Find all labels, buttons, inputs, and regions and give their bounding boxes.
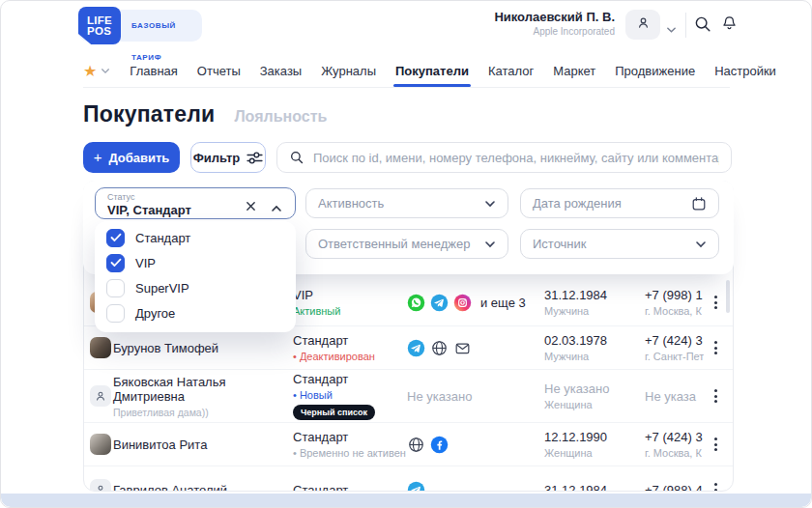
globe-icon[interactable] xyxy=(407,436,425,454)
status-option[interactable]: VIP xyxy=(95,250,296,275)
avatar xyxy=(90,337,111,358)
contacts-cell xyxy=(407,339,544,357)
birthdate-filter[interactable]: Дата рождения xyxy=(520,188,719,218)
status-label: VIP xyxy=(293,288,407,302)
globe-icon[interactable] xyxy=(430,339,449,357)
birthday: Не указано xyxy=(544,381,645,396)
avatar xyxy=(90,385,111,407)
envelope-icon[interactable] xyxy=(453,339,472,357)
telegram-icon[interactable] xyxy=(430,294,449,312)
nav-tab-2[interactable]: Отчеты xyxy=(197,55,241,87)
gender: Женщина xyxy=(544,399,645,410)
contacts-cell: и еще 3 xyxy=(407,294,544,312)
birthday: 02.03.1978 xyxy=(544,333,645,348)
status-option-label: Стандарт xyxy=(135,231,190,245)
scrollbar-thumb[interactable] xyxy=(726,280,730,313)
birthday: 31.12.1984 xyxy=(544,483,645,493)
row-menu-button[interactable] xyxy=(712,386,719,406)
bell-icon[interactable] xyxy=(720,14,739,38)
status-label: Стандарт xyxy=(293,430,407,444)
add-customer-button[interactable]: + Добавить xyxy=(83,142,180,173)
phone: +7 (424) 3 xyxy=(645,333,704,348)
calendar-icon xyxy=(691,196,707,212)
nav-tab-7[interactable]: Маркет xyxy=(553,55,595,87)
logo-text: LIFEPOS xyxy=(87,15,112,37)
row-menu-button[interactable] xyxy=(712,480,719,492)
row-menu-button[interactable] xyxy=(712,293,719,312)
toolbar: + Добавить Фильтр xyxy=(83,142,732,173)
user-company: Apple Incorporated xyxy=(494,26,615,37)
phone: +7 (988) 4 xyxy=(645,483,704,493)
status-option-label: Другое xyxy=(135,306,175,321)
chevron-down-icon xyxy=(695,240,707,248)
status-filter-field[interactable]: Статус VIP, Стандарт xyxy=(95,187,296,219)
checkbox-checked-icon[interactable] xyxy=(106,254,125,272)
status-label: Стандарт xyxy=(293,372,407,386)
phone: +7 (998) 1 xyxy=(645,288,704,302)
status-option[interactable]: Другое xyxy=(95,300,296,325)
checkbox-icon[interactable] xyxy=(106,279,125,297)
chevron-down-icon[interactable] xyxy=(666,20,677,38)
nav-tab-3[interactable]: Заказы xyxy=(260,55,302,87)
contacts-cell xyxy=(407,436,544,454)
checkbox-checked-icon[interactable] xyxy=(106,229,125,247)
search-input[interactable] xyxy=(313,151,719,165)
table-row[interactable]: Винивитоа Рита Стандарт • Временно не ак… xyxy=(84,423,733,466)
search-icon[interactable] xyxy=(693,14,712,38)
instagram-icon[interactable] xyxy=(453,294,472,312)
blacklist-badge: Черный список xyxy=(293,405,375,420)
birthday: 31.12.1984 xyxy=(544,288,645,302)
nav-tab-5[interactable]: Покупатели xyxy=(395,55,469,87)
clear-icon[interactable] xyxy=(246,198,256,215)
table-row[interactable]: Бурунов Тимофей Стандарт • Деактивирован… xyxy=(84,326,733,370)
phone: Не указа xyxy=(645,389,704,404)
user-info: Николаевский П. В. Apple Incorporated xyxy=(494,10,615,37)
plus-icon: + xyxy=(94,151,102,164)
search-field[interactable] xyxy=(276,142,732,173)
nav-tab-6[interactable]: Каталог xyxy=(488,55,534,87)
user-icon xyxy=(635,14,652,35)
contacts-empty-label: Не указано xyxy=(407,389,472,404)
contacts-more-link[interactable]: и еще 3 xyxy=(480,296,526,310)
manager-filter[interactable]: Ответственный менеджер xyxy=(305,229,508,259)
gender: Мужчина xyxy=(544,305,645,317)
avatar xyxy=(90,434,111,455)
nav-tab-8[interactable]: Продвижение xyxy=(615,55,695,87)
user-name: Николаевский П. В. xyxy=(494,10,615,24)
favorites-menu[interactable]: ★ xyxy=(83,64,110,79)
customer-note: Приветливая дама)) xyxy=(113,407,293,418)
checkbox-icon[interactable] xyxy=(106,304,125,323)
status-option[interactable]: SuperVIP xyxy=(95,275,296,300)
customer-name: Бурунов Тимофей xyxy=(113,341,293,355)
page-title: Покупатели xyxy=(83,101,215,127)
table-row[interactable]: Бяковская Наталья Дмитриевна Приветливая… xyxy=(84,370,733,423)
whatsapp-icon[interactable] xyxy=(407,294,425,312)
chevron-up-icon[interactable] xyxy=(271,199,282,216)
sliders-icon xyxy=(246,152,263,164)
lifepos-logo[interactable]: LIFEPOS xyxy=(78,7,121,44)
nav-tabs: ГлавнаяОтчетыЗаказыЖурналыПокупателиКата… xyxy=(130,55,776,87)
filter-button-label: Фильтр xyxy=(193,151,241,165)
nav-tab-9[interactable]: Настройки xyxy=(714,55,776,87)
chevron-down-icon xyxy=(484,200,496,208)
filter-button[interactable]: Фильтр xyxy=(190,142,266,173)
facebook-icon[interactable] xyxy=(430,436,449,454)
status-label: Стандарт xyxy=(293,483,407,493)
user-avatar-button[interactable] xyxy=(625,10,660,40)
status-dropdown-menu: СтандартVIPSuperVIPДругое xyxy=(95,221,296,332)
customer-name: Винивитоа Рита xyxy=(113,437,293,452)
table-row[interactable]: Гаврилов Анатолий Стандарт 31.12.1984 +7… xyxy=(84,466,733,492)
status-option-label: SuperVIP xyxy=(135,281,189,296)
row-menu-button[interactable] xyxy=(712,338,719,357)
status-option[interactable]: Стандарт xyxy=(95,225,296,250)
status-substate: • Новый xyxy=(293,389,407,401)
telegram-icon[interactable] xyxy=(407,339,425,357)
nav-tab-1[interactable]: Главная xyxy=(130,55,177,87)
source-filter[interactable]: Источник xyxy=(520,229,719,259)
page-subtitle-loyalty[interactable]: Лояльность xyxy=(234,108,327,126)
contacts-cell xyxy=(407,481,544,493)
row-menu-button[interactable] xyxy=(712,435,719,454)
nav-tab-4[interactable]: Журналы xyxy=(321,55,376,87)
telegram-icon[interactable] xyxy=(407,481,425,493)
activity-filter[interactable]: Активность xyxy=(305,188,508,218)
